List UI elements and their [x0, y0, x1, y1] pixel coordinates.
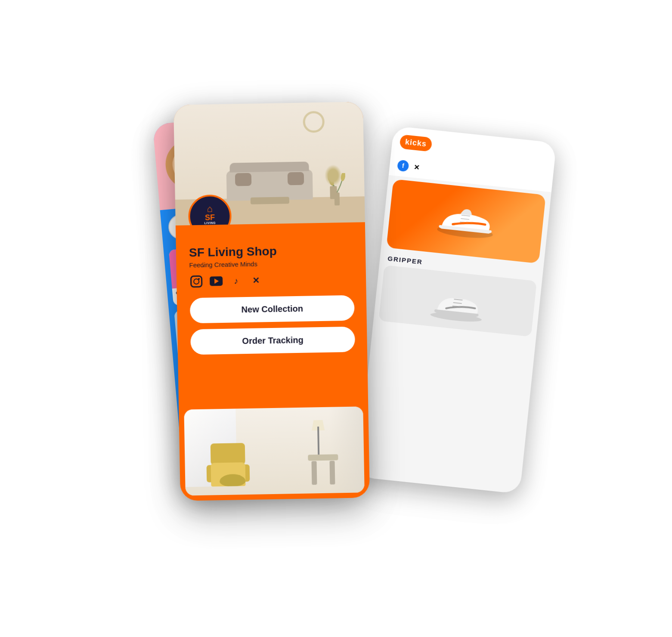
bottom-room-image [184, 406, 364, 495]
svg-point-44 [340, 173, 346, 182]
sofa [226, 169, 313, 201]
shop-tagline: Feeding Creative Minds [189, 259, 353, 269]
shoe-visual [386, 179, 546, 263]
instagram-icon [189, 275, 203, 289]
armchair-back [210, 443, 245, 465]
x-twitter-icon: ✕ [248, 273, 263, 288]
floor-lamp [311, 420, 325, 455]
social-icons-row: ♪ ✕ [189, 272, 354, 289]
table-leg-left [311, 461, 317, 485]
front-body: SF Living Shop Feeding Creative Minds ♪ … [175, 222, 368, 410]
scene: kicks f ✕ [142, 82, 530, 555]
order-tracking-button[interactable]: Order Tracking [190, 327, 355, 355]
shoe-svg [430, 198, 502, 244]
ig-icon-shape [190, 275, 202, 288]
tiktok-icon: ♪ [229, 274, 243, 288]
youtube-icon [209, 274, 223, 288]
kicks-hero-image [386, 179, 546, 263]
back-right-card: kicks f ✕ [357, 126, 557, 494]
hero-image: ⌂ SF LIVING SHOP [173, 102, 365, 226]
new-collection-button[interactable]: New Collection [189, 295, 354, 324]
yt-icon-shape [209, 276, 222, 286]
front-card: ⌂ SF LIVING SHOP SF Living Shop Feeding … [173, 102, 370, 501]
wall-decoration [303, 111, 325, 133]
table-leg-right [329, 461, 335, 484]
facebook-icon: f [397, 160, 409, 172]
shop-name: SF Living Shop [189, 243, 353, 260]
plant-svg [328, 173, 345, 208]
logo-house-icon: ⌂ [207, 204, 213, 213]
sofa-pillow-left [235, 173, 251, 186]
logo-sf-text: SF [204, 213, 214, 221]
coffee-table [250, 197, 289, 204]
sneaker-svg [421, 276, 494, 326]
sofa-pillow-right [287, 172, 304, 186]
svg-point-45 [328, 177, 335, 186]
svg-point-43 [328, 173, 334, 183]
plant-vase [328, 173, 338, 199]
table-top [308, 454, 338, 461]
x-icon: ✕ [413, 163, 420, 171]
kicks-logo: kicks [399, 134, 432, 152]
svg-rect-42 [334, 192, 340, 205]
lamp-pole [317, 427, 319, 455]
side-table [308, 454, 338, 485]
